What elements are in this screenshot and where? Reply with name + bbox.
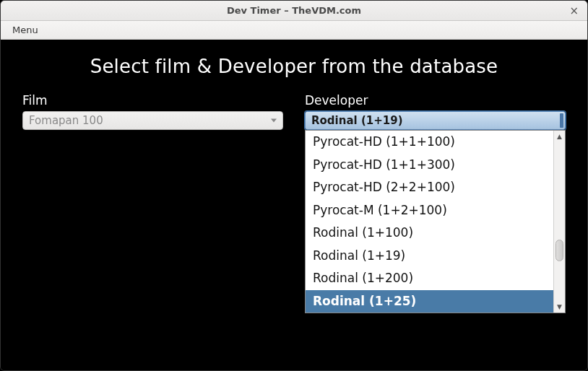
film-value: Fomapan 100 — [29, 114, 103, 127]
content-area: Select film & Developer from the databas… — [1, 40, 587, 370]
app-window: Dev Timer – TheVDM.com × Menu Select fil… — [0, 0, 588, 371]
window-title: Dev Timer – TheVDM.com — [227, 5, 361, 16]
film-label: Film — [22, 93, 283, 108]
film-column: Film Fomapan 100 — [22, 93, 283, 130]
developer-dropdown: Pyrocat-HD (1+1+100)Pyrocat-HD (1+1+300)… — [305, 130, 566, 313]
developer-value: Rodinal (1+19) — [311, 114, 403, 127]
close-icon[interactable]: × — [566, 5, 581, 16]
menu-item-menu[interactable]: Menu — [8, 22, 43, 38]
developer-option[interactable]: Pyrocat-HD (1+1+300) — [306, 154, 553, 177]
scroll-thumb[interactable] — [555, 240, 563, 261]
chevron-down-icon — [271, 119, 277, 123]
developer-option[interactable]: Pyrocat-HD (2+2+100) — [306, 176, 553, 199]
developer-option[interactable]: Pyrocat-M (1+2+100) — [306, 199, 553, 222]
developer-option[interactable]: Rodinal (1+25) — [306, 290, 553, 313]
form-columns: Film Fomapan 100 Developer Rodinal (1+19… — [22, 93, 566, 130]
developer-option[interactable]: Rodinal (1+100) — [306, 222, 553, 245]
developer-combobox[interactable]: Rodinal (1+19) — [305, 111, 566, 130]
titlebar: Dev Timer – TheVDM.com × — [1, 1, 587, 21]
developer-option[interactable]: Rodinal (1+200) — [306, 267, 553, 290]
scrollbar[interactable]: ▲ ▼ — [553, 131, 565, 313]
developer-label: Developer — [305, 93, 566, 108]
scroll-handle-icon — [560, 113, 563, 128]
developer-column: Developer Rodinal (1+19) Pyrocat-HD (1+1… — [305, 93, 566, 130]
film-combobox[interactable]: Fomapan 100 — [22, 111, 283, 130]
developer-option[interactable]: Rodinal (1+19) — [306, 245, 553, 268]
scroll-up-icon[interactable]: ▲ — [554, 131, 565, 142]
developer-option[interactable]: Pyrocat-HD (1+1+100) — [306, 131, 553, 154]
menubar: Menu — [1, 21, 587, 40]
developer-option-list: Pyrocat-HD (1+1+100)Pyrocat-HD (1+1+300)… — [306, 131, 553, 313]
page-title: Select film & Developer from the databas… — [22, 47, 566, 93]
scroll-down-icon[interactable]: ▼ — [554, 301, 565, 313]
